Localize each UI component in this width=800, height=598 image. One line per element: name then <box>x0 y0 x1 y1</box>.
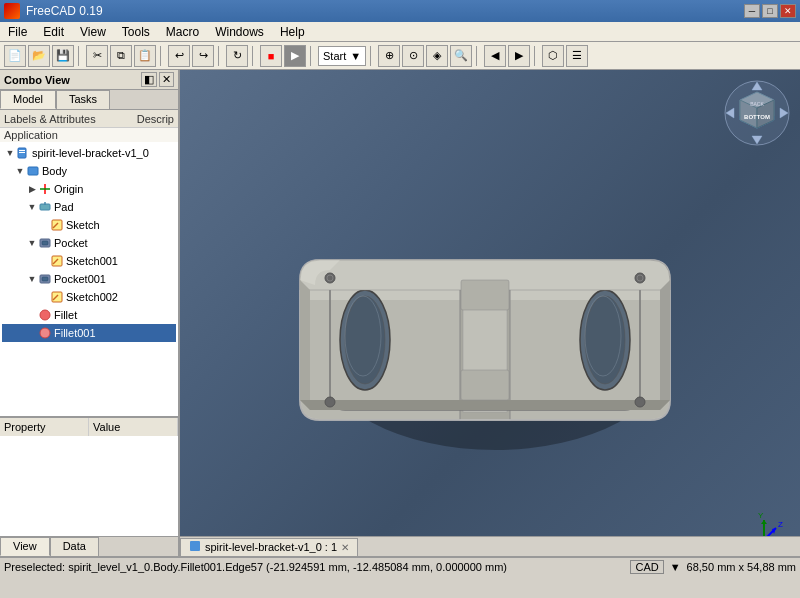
maximize-button[interactable]: □ <box>762 4 778 18</box>
nav-forward[interactable]: ▶ <box>508 45 530 67</box>
workbench-label: Start <box>323 50 346 62</box>
undo-button[interactable]: ↩ <box>168 45 190 67</box>
properties-header: Property Value <box>0 418 178 436</box>
copy-button[interactable]: ⧉ <box>110 45 132 67</box>
expand-pad[interactable]: ▼ <box>26 201 38 213</box>
expand-origin[interactable]: ▶ <box>26 183 38 195</box>
expand-pocket[interactable]: ▼ <box>26 237 38 249</box>
pocket-icon <box>38 236 52 250</box>
tree-item-sketch002[interactable]: Sketch002 <box>2 288 176 306</box>
view-zoom-in[interactable]: 🔍 <box>450 45 472 67</box>
app-label: Application <box>0 128 178 142</box>
tree-item-pocket[interactable]: ▼ Pocket <box>2 234 176 252</box>
svg-text:Z: Z <box>778 520 783 529</box>
new-button[interactable]: 📄 <box>4 45 26 67</box>
tree-item-body[interactable]: ▼ Body <box>2 162 176 180</box>
combo-close-button[interactable]: ✕ <box>159 72 174 87</box>
view-3d[interactable]: ⬡ <box>542 45 564 67</box>
menu-windows[interactable]: Windows <box>207 23 272 41</box>
tree-label-root: spirit-level-bracket-v1_0 <box>32 147 149 159</box>
macro-stop[interactable]: ■ <box>260 45 282 67</box>
sketch-icon <box>50 218 64 232</box>
bottom-tabs: View Data <box>0 536 178 556</box>
tree-label-sketch001: Sketch001 <box>66 255 118 267</box>
save-button[interactable]: 💾 <box>52 45 74 67</box>
view-zoom-fit[interactable]: ⊕ <box>378 45 400 67</box>
tree-item-root[interactable]: ▼ spirit-level-bracket-v1_0 <box>2 144 176 162</box>
fillet-icon <box>38 308 52 322</box>
dropdown-arrow: ▼ <box>670 561 681 573</box>
expand-root[interactable]: ▼ <box>4 147 16 159</box>
toolbar-sep-1 <box>78 46 82 66</box>
svg-point-30 <box>325 273 335 283</box>
viewport-tab[interactable]: spirit-level-bracket-v1_0 : 1 ✕ <box>180 538 358 556</box>
pocket001-icon <box>38 272 52 286</box>
toolbar: 📄 📂 💾 ✂ ⧉ 📋 ↩ ↪ ↻ ■ ▶ Start ▼ ⊕ ⊙ ◈ 🔍 ◀ … <box>0 42 800 70</box>
svg-rect-15 <box>42 277 48 281</box>
tree-label-pad: Pad <box>54 201 74 213</box>
tree-label-origin: Origin <box>54 183 83 195</box>
statusbar: Preselected: spirit_level_v1_0.Body.Fill… <box>0 556 800 576</box>
statusbar-preselected: Preselected: spirit_level_v1_0.Body.Fill… <box>4 561 622 573</box>
open-button[interactable]: 📂 <box>28 45 50 67</box>
menu-tools[interactable]: Tools <box>114 23 158 41</box>
tree-area: ▼ spirit-level-bracket-v1_0 ▼ Body ▶ <box>0 142 178 416</box>
view-extra[interactable]: ☰ <box>566 45 588 67</box>
titlebar-left: FreeCAD 0.19 <box>4 3 103 19</box>
toolbar-sep-5 <box>310 46 314 66</box>
tree-item-fillet[interactable]: Fillet <box>2 306 176 324</box>
expand-fillet001 <box>26 327 38 339</box>
properties-content <box>0 436 178 444</box>
tree-label-sketch002: Sketch002 <box>66 291 118 303</box>
redo-button[interactable]: ↪ <box>192 45 214 67</box>
tree-item-sketch[interactable]: Sketch <box>2 216 176 234</box>
minimize-button[interactable]: ─ <box>744 4 760 18</box>
combo-float-button[interactable]: ◧ <box>141 72 157 87</box>
svg-text:BACK: BACK <box>750 101 764 107</box>
tree-item-sketch001[interactable]: Sketch001 <box>2 252 176 270</box>
view-select[interactable]: ◈ <box>426 45 448 67</box>
viewport[interactable]: BOTTOM BACK X Y Z <box>180 70 800 556</box>
nav-back[interactable]: ◀ <box>484 45 506 67</box>
cut-button[interactable]: ✂ <box>86 45 108 67</box>
cad-indicator[interactable]: CAD <box>630 560 663 574</box>
svg-rect-37 <box>461 370 509 400</box>
fillet001-icon <box>38 326 52 340</box>
nav-cube[interactable]: BOTTOM BACK <box>722 78 792 148</box>
viewport-tab-close[interactable]: ✕ <box>341 542 349 553</box>
expand-pocket001[interactable]: ▼ <box>26 273 38 285</box>
tree-header: Labels & Attributes Descrip <box>0 110 178 128</box>
main-area: Combo View ◧ ✕ Model Tasks Labels & Attr… <box>0 70 800 556</box>
tree-item-pad[interactable]: ▼ Pad <box>2 198 176 216</box>
paste-button[interactable]: 📋 <box>134 45 156 67</box>
tree-item-pocket001[interactable]: ▼ Pocket001 <box>2 270 176 288</box>
menu-help[interactable]: Help <box>272 23 313 41</box>
tab-model[interactable]: Model <box>0 90 56 109</box>
svg-point-33 <box>635 397 645 407</box>
svg-marker-49 <box>761 520 767 524</box>
svg-point-19 <box>40 328 50 338</box>
macro-run[interactable]: ▶ <box>284 45 306 67</box>
sketch002-icon <box>50 290 64 304</box>
view-rotate[interactable]: ⊙ <box>402 45 424 67</box>
tree-item-fillet001[interactable]: Fillet001 <box>2 324 176 342</box>
workbench-arrow: ▼ <box>350 50 361 62</box>
close-button[interactable]: ✕ <box>780 4 796 18</box>
tab-data[interactable]: Data <box>50 537 99 556</box>
tab-tasks[interactable]: Tasks <box>56 90 110 109</box>
expand-body[interactable]: ▼ <box>14 165 26 177</box>
svg-rect-1 <box>19 150 25 151</box>
svg-point-32 <box>325 397 335 407</box>
combo-view-title: Combo View <box>4 74 70 86</box>
tree-item-origin[interactable]: ▶ Origin <box>2 180 176 198</box>
menu-file[interactable]: File <box>0 23 35 41</box>
svg-point-18 <box>40 310 50 320</box>
menu-view[interactable]: View <box>72 23 114 41</box>
menu-edit[interactable]: Edit <box>35 23 72 41</box>
tab-view[interactable]: View <box>0 537 50 556</box>
menu-macro[interactable]: Macro <box>158 23 207 41</box>
properties-area: Property Value <box>0 416 178 536</box>
refresh-button[interactable]: ↻ <box>226 45 248 67</box>
svg-rect-3 <box>28 167 38 175</box>
workbench-dropdown[interactable]: Start ▼ <box>318 46 366 66</box>
